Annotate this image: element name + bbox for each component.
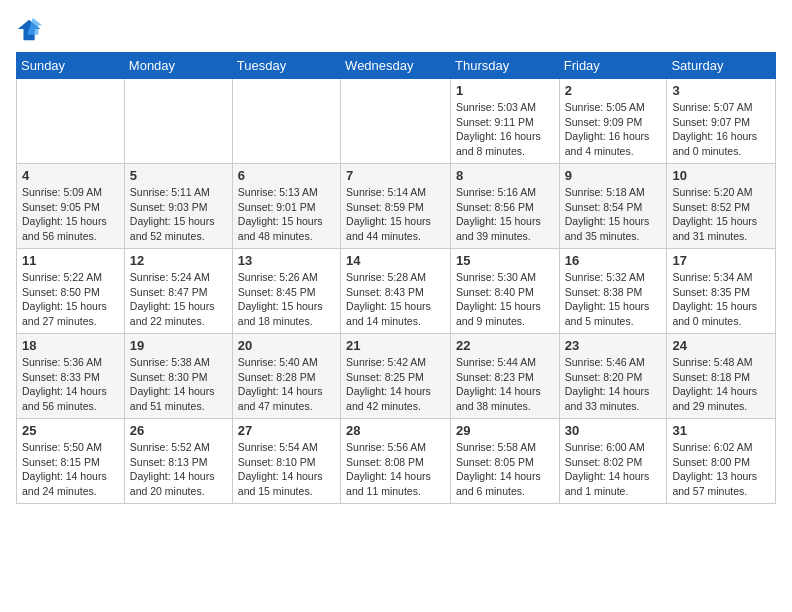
calendar-cell: 31Sunrise: 6:02 AM Sunset: 8:00 PM Dayli…	[667, 419, 776, 504]
day-info: Sunrise: 5:32 AM Sunset: 8:38 PM Dayligh…	[565, 270, 662, 329]
day-number: 24	[672, 338, 770, 353]
calendar-cell: 2Sunrise: 5:05 AM Sunset: 9:09 PM Daylig…	[559, 79, 667, 164]
day-number: 31	[672, 423, 770, 438]
calendar-cell: 4Sunrise: 5:09 AM Sunset: 9:05 PM Daylig…	[17, 164, 125, 249]
day-number: 8	[456, 168, 554, 183]
day-number: 26	[130, 423, 227, 438]
calendar-cell: 29Sunrise: 5:58 AM Sunset: 8:05 PM Dayli…	[451, 419, 560, 504]
calendar-cell: 10Sunrise: 5:20 AM Sunset: 8:52 PM Dayli…	[667, 164, 776, 249]
day-number: 14	[346, 253, 445, 268]
calendar-cell: 25Sunrise: 5:50 AM Sunset: 8:15 PM Dayli…	[17, 419, 125, 504]
week-row-0: 1Sunrise: 5:03 AM Sunset: 9:11 PM Daylig…	[17, 79, 776, 164]
calendar-cell: 6Sunrise: 5:13 AM Sunset: 9:01 PM Daylig…	[232, 164, 340, 249]
calendar-header: SundayMondayTuesdayWednesdayThursdayFrid…	[17, 53, 776, 79]
day-number: 7	[346, 168, 445, 183]
header-day-friday: Friday	[559, 53, 667, 79]
header-day-monday: Monday	[124, 53, 232, 79]
calendar-cell: 20Sunrise: 5:40 AM Sunset: 8:28 PM Dayli…	[232, 334, 340, 419]
header-day-tuesday: Tuesday	[232, 53, 340, 79]
day-info: Sunrise: 5:07 AM Sunset: 9:07 PM Dayligh…	[672, 100, 770, 159]
calendar-cell: 11Sunrise: 5:22 AM Sunset: 8:50 PM Dayli…	[17, 249, 125, 334]
calendar-cell: 24Sunrise: 5:48 AM Sunset: 8:18 PM Dayli…	[667, 334, 776, 419]
day-info: Sunrise: 5:28 AM Sunset: 8:43 PM Dayligh…	[346, 270, 445, 329]
calendar-cell: 23Sunrise: 5:46 AM Sunset: 8:20 PM Dayli…	[559, 334, 667, 419]
day-info: Sunrise: 5:22 AM Sunset: 8:50 PM Dayligh…	[22, 270, 119, 329]
day-number: 2	[565, 83, 662, 98]
day-number: 25	[22, 423, 119, 438]
week-row-3: 18Sunrise: 5:36 AM Sunset: 8:33 PM Dayli…	[17, 334, 776, 419]
day-number: 28	[346, 423, 445, 438]
day-info: Sunrise: 5:36 AM Sunset: 8:33 PM Dayligh…	[22, 355, 119, 414]
calendar-table: SundayMondayTuesdayWednesdayThursdayFrid…	[16, 52, 776, 504]
day-info: Sunrise: 5:46 AM Sunset: 8:20 PM Dayligh…	[565, 355, 662, 414]
calendar-cell: 15Sunrise: 5:30 AM Sunset: 8:40 PM Dayli…	[451, 249, 560, 334]
calendar-cell: 26Sunrise: 5:52 AM Sunset: 8:13 PM Dayli…	[124, 419, 232, 504]
day-number: 15	[456, 253, 554, 268]
day-number: 16	[565, 253, 662, 268]
day-info: Sunrise: 5:58 AM Sunset: 8:05 PM Dayligh…	[456, 440, 554, 499]
day-info: Sunrise: 6:02 AM Sunset: 8:00 PM Dayligh…	[672, 440, 770, 499]
day-number: 19	[130, 338, 227, 353]
day-info: Sunrise: 5:52 AM Sunset: 8:13 PM Dayligh…	[130, 440, 227, 499]
day-number: 9	[565, 168, 662, 183]
calendar-cell: 14Sunrise: 5:28 AM Sunset: 8:43 PM Dayli…	[341, 249, 451, 334]
day-number: 22	[456, 338, 554, 353]
day-info: Sunrise: 5:40 AM Sunset: 8:28 PM Dayligh…	[238, 355, 335, 414]
day-number: 13	[238, 253, 335, 268]
day-info: Sunrise: 5:30 AM Sunset: 8:40 PM Dayligh…	[456, 270, 554, 329]
day-number: 20	[238, 338, 335, 353]
calendar-cell: 5Sunrise: 5:11 AM Sunset: 9:03 PM Daylig…	[124, 164, 232, 249]
calendar-cell: 9Sunrise: 5:18 AM Sunset: 8:54 PM Daylig…	[559, 164, 667, 249]
day-info: Sunrise: 5:09 AM Sunset: 9:05 PM Dayligh…	[22, 185, 119, 244]
calendar-cell: 21Sunrise: 5:42 AM Sunset: 8:25 PM Dayli…	[341, 334, 451, 419]
day-info: Sunrise: 5:56 AM Sunset: 8:08 PM Dayligh…	[346, 440, 445, 499]
calendar-cell: 1Sunrise: 5:03 AM Sunset: 9:11 PM Daylig…	[451, 79, 560, 164]
day-info: Sunrise: 5:13 AM Sunset: 9:01 PM Dayligh…	[238, 185, 335, 244]
day-info: Sunrise: 5:03 AM Sunset: 9:11 PM Dayligh…	[456, 100, 554, 159]
header-day-wednesday: Wednesday	[341, 53, 451, 79]
day-number: 6	[238, 168, 335, 183]
calendar-cell: 30Sunrise: 6:00 AM Sunset: 8:02 PM Dayli…	[559, 419, 667, 504]
day-number: 30	[565, 423, 662, 438]
calendar-cell: 3Sunrise: 5:07 AM Sunset: 9:07 PM Daylig…	[667, 79, 776, 164]
day-info: Sunrise: 5:05 AM Sunset: 9:09 PM Dayligh…	[565, 100, 662, 159]
day-info: Sunrise: 5:48 AM Sunset: 8:18 PM Dayligh…	[672, 355, 770, 414]
calendar-cell: 13Sunrise: 5:26 AM Sunset: 8:45 PM Dayli…	[232, 249, 340, 334]
calendar-cell: 19Sunrise: 5:38 AM Sunset: 8:30 PM Dayli…	[124, 334, 232, 419]
day-number: 27	[238, 423, 335, 438]
day-number: 10	[672, 168, 770, 183]
calendar-cell	[232, 79, 340, 164]
calendar-cell: 12Sunrise: 5:24 AM Sunset: 8:47 PM Dayli…	[124, 249, 232, 334]
day-number: 4	[22, 168, 119, 183]
header-row: SundayMondayTuesdayWednesdayThursdayFrid…	[17, 53, 776, 79]
calendar-cell: 8Sunrise: 5:16 AM Sunset: 8:56 PM Daylig…	[451, 164, 560, 249]
day-info: Sunrise: 5:26 AM Sunset: 8:45 PM Dayligh…	[238, 270, 335, 329]
day-info: Sunrise: 5:44 AM Sunset: 8:23 PM Dayligh…	[456, 355, 554, 414]
calendar-cell: 16Sunrise: 5:32 AM Sunset: 8:38 PM Dayli…	[559, 249, 667, 334]
calendar-cell: 17Sunrise: 5:34 AM Sunset: 8:35 PM Dayli…	[667, 249, 776, 334]
calendar-cell: 18Sunrise: 5:36 AM Sunset: 8:33 PM Dayli…	[17, 334, 125, 419]
logo	[16, 16, 48, 44]
day-number: 18	[22, 338, 119, 353]
calendar-cell	[341, 79, 451, 164]
day-number: 3	[672, 83, 770, 98]
day-number: 29	[456, 423, 554, 438]
page-header	[16, 16, 776, 44]
day-info: Sunrise: 5:50 AM Sunset: 8:15 PM Dayligh…	[22, 440, 119, 499]
day-number: 12	[130, 253, 227, 268]
day-info: Sunrise: 5:38 AM Sunset: 8:30 PM Dayligh…	[130, 355, 227, 414]
week-row-1: 4Sunrise: 5:09 AM Sunset: 9:05 PM Daylig…	[17, 164, 776, 249]
day-info: Sunrise: 5:11 AM Sunset: 9:03 PM Dayligh…	[130, 185, 227, 244]
day-info: Sunrise: 5:20 AM Sunset: 8:52 PM Dayligh…	[672, 185, 770, 244]
day-number: 21	[346, 338, 445, 353]
day-info: Sunrise: 6:00 AM Sunset: 8:02 PM Dayligh…	[565, 440, 662, 499]
calendar-cell: 28Sunrise: 5:56 AM Sunset: 8:08 PM Dayli…	[341, 419, 451, 504]
header-day-sunday: Sunday	[17, 53, 125, 79]
day-number: 11	[22, 253, 119, 268]
logo-icon	[16, 16, 44, 44]
calendar-cell	[17, 79, 125, 164]
calendar-body: 1Sunrise: 5:03 AM Sunset: 9:11 PM Daylig…	[17, 79, 776, 504]
day-number: 23	[565, 338, 662, 353]
week-row-2: 11Sunrise: 5:22 AM Sunset: 8:50 PM Dayli…	[17, 249, 776, 334]
calendar-cell: 7Sunrise: 5:14 AM Sunset: 8:59 PM Daylig…	[341, 164, 451, 249]
